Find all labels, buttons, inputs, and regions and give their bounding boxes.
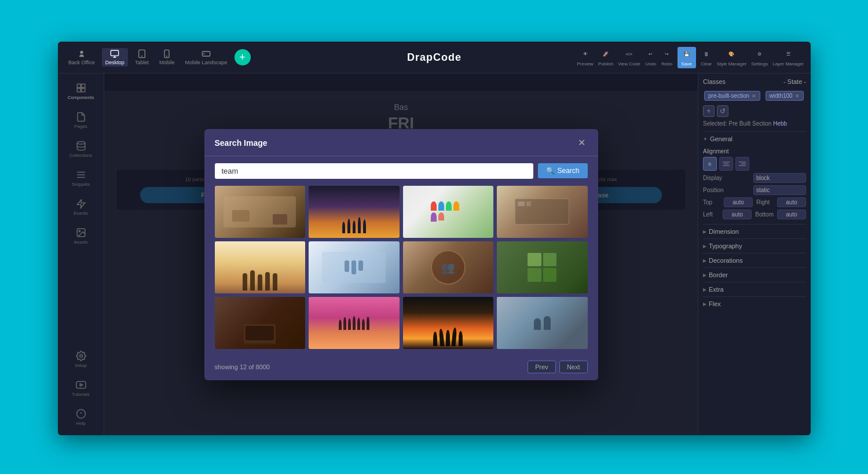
sidebar-item-assets[interactable]: Assets	[58, 223, 104, 249]
border-section-header[interactable]: ▶ Border	[703, 267, 806, 282]
app-title: DrapCode	[407, 52, 462, 64]
position-select[interactable]: static relative absolute	[753, 185, 806, 195]
right-sidebar: Classes - State - pre-built-section ✕ wi…	[698, 74, 811, 435]
style-icon: 🎨	[726, 49, 737, 60]
view-code-btn[interactable]: </> View Code	[618, 49, 640, 67]
align-left-btn[interactable]: ≡	[703, 157, 717, 171]
extra-section-header[interactable]: ▶ Extra	[703, 282, 806, 296]
prev-btn[interactable]: Prev	[528, 361, 556, 373]
left-sidebar: Components Pages Collections Snippets Ev…	[58, 74, 104, 435]
svg-rect-10	[77, 84, 80, 87]
flex-section-header[interactable]: ▶ Flex	[703, 296, 806, 311]
image-4[interactable]	[497, 186, 588, 238]
eye-icon: 👁	[580, 49, 591, 60]
align-right-btn[interactable]	[735, 157, 749, 171]
border-arrow: ▶	[703, 273, 706, 278]
publish-btn[interactable]: 🚀 Publish	[598, 49, 613, 67]
position-row: Position static relative absolute	[703, 185, 806, 195]
add-element-btn[interactable]: +	[235, 49, 251, 65]
dimension-arrow: ▶	[703, 229, 706, 234]
modal-search-input[interactable]	[215, 163, 534, 179]
svg-point-0	[80, 51, 83, 54]
classes-label: Classes	[703, 78, 726, 85]
delete-btn[interactable]: 🗑 Clear	[701, 49, 712, 67]
svg-point-14	[77, 142, 85, 145]
align-center-btn[interactable]	[719, 157, 733, 171]
device-tablet[interactable]: Tablet	[131, 48, 152, 67]
device-mobile[interactable]: Mobile	[156, 48, 178, 67]
sidebar-item-help[interactable]: Help	[58, 404, 104, 431]
back-office-btn[interactable]: Back Office	[65, 48, 98, 67]
modal-footer: showing 12 of 8000 Prev Next	[204, 356, 598, 380]
left-input[interactable]	[723, 210, 752, 219]
svg-marker-21	[80, 384, 82, 387]
save-btn[interactable]: 💾 Save	[677, 47, 696, 68]
canvas-area: ⊞ ↑ + ▤ ▥ ⚙ Bas FRI Unlimited co 100 par…	[104, 74, 698, 435]
top-input[interactable]	[724, 197, 753, 207]
image-7[interactable]: 👥	[403, 241, 494, 293]
image-5[interactable]	[215, 241, 306, 293]
code-icon: </>	[623, 49, 635, 60]
image-6[interactable]	[309, 241, 400, 293]
undo-btn[interactable]: ↩ Undo	[645, 49, 657, 67]
display-select[interactable]: block inline flex	[753, 173, 806, 183]
search-icon: 🔍	[546, 167, 555, 175]
sidebar-item-events[interactable]: Events	[58, 194, 104, 221]
image-8[interactable]	[497, 241, 588, 293]
image-1[interactable]	[215, 186, 306, 238]
sidebar-item-collections[interactable]: Collections	[58, 136, 104, 163]
general-section-header[interactable]: ▼ General	[703, 131, 806, 146]
sync-class-btn[interactable]: ↺	[717, 105, 728, 117]
modal-search-btn[interactable]: 🔍 Search	[538, 163, 587, 178]
device-mobile-landscape[interactable]: Mobile Landscape	[181, 48, 230, 67]
bottom-input[interactable]	[777, 210, 806, 219]
image-2[interactable]	[309, 186, 400, 238]
decorations-arrow: ▶	[703, 258, 706, 263]
device-desktop[interactable]: Desktop	[102, 48, 128, 67]
svg-rect-1	[111, 50, 119, 56]
add-class-btn[interactable]: +	[703, 105, 715, 117]
modal-search-row: 🔍 Search	[204, 156, 598, 186]
badge-2-remove[interactable]: ✕	[795, 93, 800, 99]
decorations-section-header[interactable]: ▶ Decorations	[703, 253, 806, 267]
style-manager-btn[interactable]: 🎨 Style Manager	[717, 49, 747, 67]
state-label: - State -	[783, 78, 806, 85]
image-12[interactable]	[497, 297, 588, 349]
badge-1-remove[interactable]: ✕	[752, 93, 756, 99]
svg-point-19	[79, 230, 80, 232]
layer-manager-btn[interactable]: ☰ Layer Manager	[772, 49, 804, 67]
modal-close-btn[interactable]: ✕	[576, 137, 588, 149]
redo-btn[interactable]: ↪ Redo	[661, 49, 673, 67]
image-10[interactable]	[309, 297, 400, 349]
image-9[interactable]	[215, 297, 306, 349]
alignment-buttons: ≡	[703, 157, 806, 171]
display-row: Display block inline flex	[703, 173, 806, 183]
typography-section-header[interactable]: ▶ Typography	[703, 238, 806, 253]
left-bottom-row: Left Bottom	[703, 210, 806, 219]
modal-image-grid: 👥	[204, 186, 598, 356]
trash-icon: 🗑	[701, 49, 712, 60]
modal-overlay[interactable]: Search Image ✕ 🔍 Search	[104, 74, 698, 435]
sidebar-item-pages[interactable]: Pages	[58, 107, 104, 134]
svg-rect-11	[81, 84, 85, 87]
preview-btn[interactable]: 👁 Preview	[577, 49, 593, 67]
right-input[interactable]	[777, 197, 806, 207]
alignment-label: Alignment	[703, 148, 806, 155]
modal-title: Search Image	[215, 138, 268, 148]
settings-btn[interactable]: ⚙ Settings	[751, 49, 768, 67]
next-btn[interactable]: Next	[559, 361, 588, 373]
general-arrow: ▼	[703, 137, 708, 142]
sidebar-item-setup[interactable]: Setup	[58, 346, 104, 373]
typography-arrow: ▶	[703, 244, 706, 249]
top-right-row: Top Right	[703, 197, 806, 207]
image-3[interactable]	[403, 186, 494, 238]
sidebar-item-snippets[interactable]: Snippets	[58, 165, 104, 192]
dimension-section-header[interactable]: ▶ Dimension	[703, 224, 806, 238]
extra-arrow: ▶	[703, 287, 706, 292]
class-badge-2: width100 ✕	[766, 91, 804, 101]
sidebar-item-components[interactable]: Components	[58, 78, 104, 105]
sidebar-item-tutorials[interactable]: Tutorials	[58, 375, 104, 402]
svg-point-20	[79, 355, 82, 358]
image-11[interactable]	[403, 297, 494, 349]
save-icon: 💾	[681, 49, 693, 60]
